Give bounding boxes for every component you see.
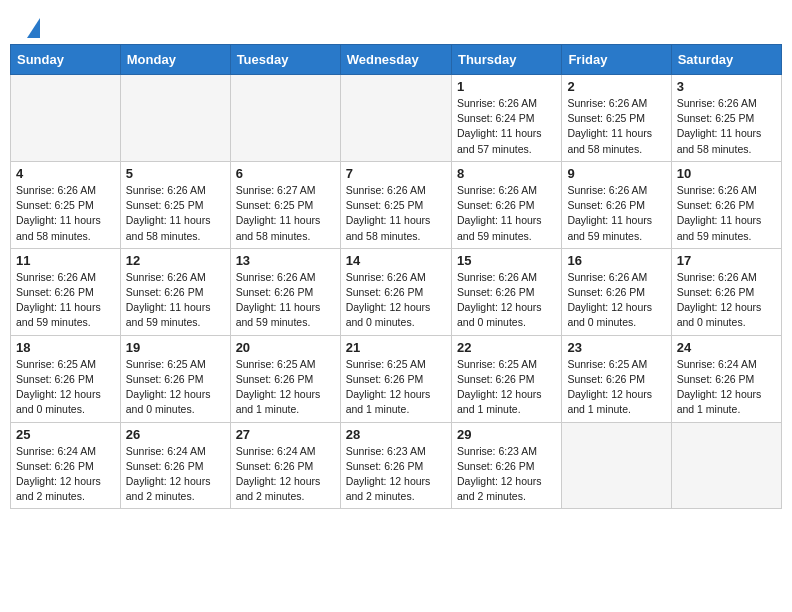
- calendar-day-cell: 21Sunrise: 6:25 AM Sunset: 6:26 PM Dayli…: [340, 335, 451, 422]
- calendar-week-row: 11Sunrise: 6:26 AM Sunset: 6:26 PM Dayli…: [11, 248, 782, 335]
- day-info: Sunrise: 6:26 AM Sunset: 6:26 PM Dayligh…: [346, 270, 446, 331]
- day-info: Sunrise: 6:26 AM Sunset: 6:26 PM Dayligh…: [457, 183, 556, 244]
- calendar-day-cell: 15Sunrise: 6:26 AM Sunset: 6:26 PM Dayli…: [451, 248, 561, 335]
- calendar-week-row: 18Sunrise: 6:25 AM Sunset: 6:26 PM Dayli…: [11, 335, 782, 422]
- calendar-header-monday: Monday: [120, 45, 230, 75]
- day-info: Sunrise: 6:26 AM Sunset: 6:26 PM Dayligh…: [236, 270, 335, 331]
- day-number: 13: [236, 253, 335, 268]
- calendar-day-cell: 19Sunrise: 6:25 AM Sunset: 6:26 PM Dayli…: [120, 335, 230, 422]
- day-number: 7: [346, 166, 446, 181]
- day-info: Sunrise: 6:26 AM Sunset: 6:26 PM Dayligh…: [567, 270, 665, 331]
- calendar-header-thursday: Thursday: [451, 45, 561, 75]
- calendar-day-cell: [11, 75, 121, 162]
- day-info: Sunrise: 6:25 AM Sunset: 6:26 PM Dayligh…: [16, 357, 115, 418]
- day-info: Sunrise: 6:26 AM Sunset: 6:26 PM Dayligh…: [126, 270, 225, 331]
- calendar-day-cell: 29Sunrise: 6:23 AM Sunset: 6:26 PM Dayli…: [451, 422, 561, 509]
- calendar-day-cell: 6Sunrise: 6:27 AM Sunset: 6:25 PM Daylig…: [230, 161, 340, 248]
- calendar-day-cell: 16Sunrise: 6:26 AM Sunset: 6:26 PM Dayli…: [562, 248, 671, 335]
- day-number: 10: [677, 166, 776, 181]
- calendar-day-cell: 4Sunrise: 6:26 AM Sunset: 6:25 PM Daylig…: [11, 161, 121, 248]
- calendar-day-cell: 25Sunrise: 6:24 AM Sunset: 6:26 PM Dayli…: [11, 422, 121, 509]
- calendar-day-cell: [562, 422, 671, 509]
- day-info: Sunrise: 6:24 AM Sunset: 6:26 PM Dayligh…: [677, 357, 776, 418]
- calendar-day-cell: 22Sunrise: 6:25 AM Sunset: 6:26 PM Dayli…: [451, 335, 561, 422]
- day-number: 26: [126, 427, 225, 442]
- logo: [24, 18, 40, 36]
- calendar-header-saturday: Saturday: [671, 45, 781, 75]
- day-number: 17: [677, 253, 776, 268]
- day-info: Sunrise: 6:26 AM Sunset: 6:26 PM Dayligh…: [677, 183, 776, 244]
- day-number: 16: [567, 253, 665, 268]
- day-number: 24: [677, 340, 776, 355]
- day-number: 18: [16, 340, 115, 355]
- page-header: [0, 0, 792, 44]
- day-info: Sunrise: 6:27 AM Sunset: 6:25 PM Dayligh…: [236, 183, 335, 244]
- calendar-day-cell: 20Sunrise: 6:25 AM Sunset: 6:26 PM Dayli…: [230, 335, 340, 422]
- calendar-day-cell: 7Sunrise: 6:26 AM Sunset: 6:25 PM Daylig…: [340, 161, 451, 248]
- day-number: 28: [346, 427, 446, 442]
- day-number: 4: [16, 166, 115, 181]
- calendar-day-cell: 5Sunrise: 6:26 AM Sunset: 6:25 PM Daylig…: [120, 161, 230, 248]
- day-info: Sunrise: 6:23 AM Sunset: 6:26 PM Dayligh…: [346, 444, 446, 505]
- calendar-week-row: 4Sunrise: 6:26 AM Sunset: 6:25 PM Daylig…: [11, 161, 782, 248]
- day-info: Sunrise: 6:23 AM Sunset: 6:26 PM Dayligh…: [457, 444, 556, 505]
- day-number: 6: [236, 166, 335, 181]
- day-number: 29: [457, 427, 556, 442]
- calendar-header-friday: Friday: [562, 45, 671, 75]
- day-info: Sunrise: 6:26 AM Sunset: 6:25 PM Dayligh…: [677, 96, 776, 157]
- day-info: Sunrise: 6:26 AM Sunset: 6:26 PM Dayligh…: [677, 270, 776, 331]
- day-info: Sunrise: 6:26 AM Sunset: 6:26 PM Dayligh…: [567, 183, 665, 244]
- day-number: 22: [457, 340, 556, 355]
- calendar-day-cell: 17Sunrise: 6:26 AM Sunset: 6:26 PM Dayli…: [671, 248, 781, 335]
- calendar-day-cell: [120, 75, 230, 162]
- calendar-header-sunday: Sunday: [11, 45, 121, 75]
- day-number: 25: [16, 427, 115, 442]
- calendar-day-cell: 11Sunrise: 6:26 AM Sunset: 6:26 PM Dayli…: [11, 248, 121, 335]
- calendar-day-cell: 23Sunrise: 6:25 AM Sunset: 6:26 PM Dayli…: [562, 335, 671, 422]
- calendar-wrapper: SundayMondayTuesdayWednesdayThursdayFrid…: [0, 44, 792, 519]
- day-number: 1: [457, 79, 556, 94]
- day-info: Sunrise: 6:26 AM Sunset: 6:25 PM Dayligh…: [567, 96, 665, 157]
- day-number: 20: [236, 340, 335, 355]
- day-number: 15: [457, 253, 556, 268]
- day-number: 12: [126, 253, 225, 268]
- calendar-day-cell: 14Sunrise: 6:26 AM Sunset: 6:26 PM Dayli…: [340, 248, 451, 335]
- day-info: Sunrise: 6:25 AM Sunset: 6:26 PM Dayligh…: [567, 357, 665, 418]
- calendar-header-row: SundayMondayTuesdayWednesdayThursdayFrid…: [11, 45, 782, 75]
- calendar-day-cell: 26Sunrise: 6:24 AM Sunset: 6:26 PM Dayli…: [120, 422, 230, 509]
- calendar-day-cell: 13Sunrise: 6:26 AM Sunset: 6:26 PM Dayli…: [230, 248, 340, 335]
- day-number: 11: [16, 253, 115, 268]
- day-number: 23: [567, 340, 665, 355]
- day-info: Sunrise: 6:24 AM Sunset: 6:26 PM Dayligh…: [126, 444, 225, 505]
- day-number: 3: [677, 79, 776, 94]
- day-info: Sunrise: 6:25 AM Sunset: 6:26 PM Dayligh…: [457, 357, 556, 418]
- day-number: 2: [567, 79, 665, 94]
- calendar-day-cell: [230, 75, 340, 162]
- calendar-day-cell: [340, 75, 451, 162]
- calendar-day-cell: 24Sunrise: 6:24 AM Sunset: 6:26 PM Dayli…: [671, 335, 781, 422]
- calendar-day-cell: 9Sunrise: 6:26 AM Sunset: 6:26 PM Daylig…: [562, 161, 671, 248]
- day-number: 5: [126, 166, 225, 181]
- calendar-table: SundayMondayTuesdayWednesdayThursdayFrid…: [10, 44, 782, 509]
- calendar-day-cell: 28Sunrise: 6:23 AM Sunset: 6:26 PM Dayli…: [340, 422, 451, 509]
- calendar-day-cell: 18Sunrise: 6:25 AM Sunset: 6:26 PM Dayli…: [11, 335, 121, 422]
- calendar-day-cell: 27Sunrise: 6:24 AM Sunset: 6:26 PM Dayli…: [230, 422, 340, 509]
- day-number: 9: [567, 166, 665, 181]
- day-number: 14: [346, 253, 446, 268]
- day-info: Sunrise: 6:25 AM Sunset: 6:26 PM Dayligh…: [346, 357, 446, 418]
- logo-triangle-icon: [27, 18, 40, 38]
- calendar-header-tuesday: Tuesday: [230, 45, 340, 75]
- day-number: 21: [346, 340, 446, 355]
- day-number: 19: [126, 340, 225, 355]
- day-number: 27: [236, 427, 335, 442]
- day-info: Sunrise: 6:24 AM Sunset: 6:26 PM Dayligh…: [236, 444, 335, 505]
- calendar-day-cell: 2Sunrise: 6:26 AM Sunset: 6:25 PM Daylig…: [562, 75, 671, 162]
- day-info: Sunrise: 6:26 AM Sunset: 6:26 PM Dayligh…: [16, 270, 115, 331]
- calendar-day-cell: 12Sunrise: 6:26 AM Sunset: 6:26 PM Dayli…: [120, 248, 230, 335]
- calendar-week-row: 1Sunrise: 6:26 AM Sunset: 6:24 PM Daylig…: [11, 75, 782, 162]
- day-info: Sunrise: 6:25 AM Sunset: 6:26 PM Dayligh…: [236, 357, 335, 418]
- day-info: Sunrise: 6:24 AM Sunset: 6:26 PM Dayligh…: [16, 444, 115, 505]
- day-info: Sunrise: 6:25 AM Sunset: 6:26 PM Dayligh…: [126, 357, 225, 418]
- calendar-day-cell: [671, 422, 781, 509]
- day-info: Sunrise: 6:26 AM Sunset: 6:25 PM Dayligh…: [346, 183, 446, 244]
